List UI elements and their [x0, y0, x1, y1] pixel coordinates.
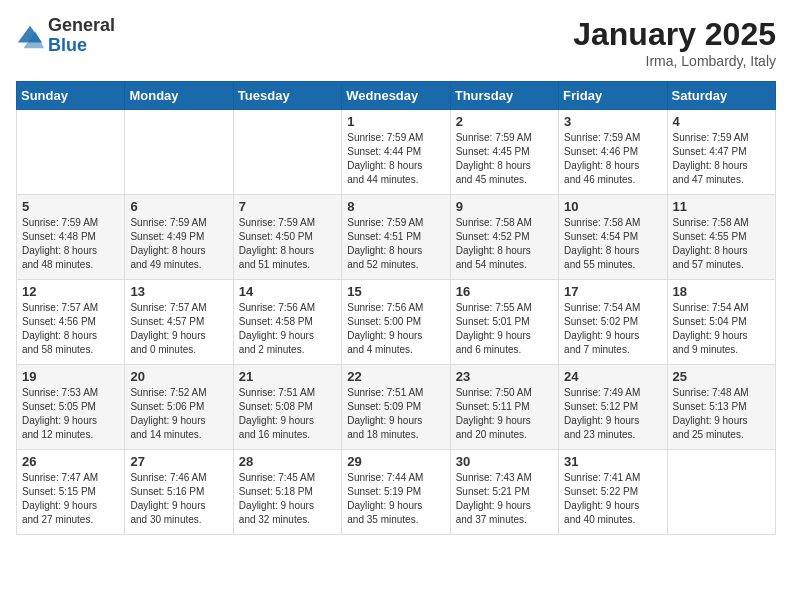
day-info: Sunrise: 7:43 AM Sunset: 5:21 PM Dayligh…: [456, 471, 553, 527]
day-info: Sunrise: 7:58 AM Sunset: 4:52 PM Dayligh…: [456, 216, 553, 272]
weekday-header-wednesday: Wednesday: [342, 82, 450, 110]
day-number: 27: [130, 454, 227, 469]
calendar-cell: [667, 450, 775, 535]
calendar-cell: 17Sunrise: 7:54 AM Sunset: 5:02 PM Dayli…: [559, 280, 667, 365]
day-info: Sunrise: 7:57 AM Sunset: 4:57 PM Dayligh…: [130, 301, 227, 357]
day-info: Sunrise: 7:45 AM Sunset: 5:18 PM Dayligh…: [239, 471, 336, 527]
calendar-cell: 22Sunrise: 7:51 AM Sunset: 5:09 PM Dayli…: [342, 365, 450, 450]
day-number: 12: [22, 284, 119, 299]
calendar-cell: 6Sunrise: 7:59 AM Sunset: 4:49 PM Daylig…: [125, 195, 233, 280]
day-info: Sunrise: 7:49 AM Sunset: 5:12 PM Dayligh…: [564, 386, 661, 442]
title-area: January 2025 Irma, Lombardy, Italy: [573, 16, 776, 69]
calendar-table: SundayMondayTuesdayWednesdayThursdayFrid…: [16, 81, 776, 535]
day-info: Sunrise: 7:46 AM Sunset: 5:16 PM Dayligh…: [130, 471, 227, 527]
calendar-cell: 24Sunrise: 7:49 AM Sunset: 5:12 PM Dayli…: [559, 365, 667, 450]
day-info: Sunrise: 7:56 AM Sunset: 4:58 PM Dayligh…: [239, 301, 336, 357]
page-header: General Blue January 2025 Irma, Lombardy…: [16, 16, 776, 69]
day-info: Sunrise: 7:51 AM Sunset: 5:09 PM Dayligh…: [347, 386, 444, 442]
weekday-header-friday: Friday: [559, 82, 667, 110]
day-number: 31: [564, 454, 661, 469]
day-info: Sunrise: 7:58 AM Sunset: 4:55 PM Dayligh…: [673, 216, 770, 272]
day-number: 26: [22, 454, 119, 469]
day-number: 25: [673, 369, 770, 384]
calendar-cell: 21Sunrise: 7:51 AM Sunset: 5:08 PM Dayli…: [233, 365, 341, 450]
day-info: Sunrise: 7:55 AM Sunset: 5:01 PM Dayligh…: [456, 301, 553, 357]
day-number: 9: [456, 199, 553, 214]
day-info: Sunrise: 7:51 AM Sunset: 5:08 PM Dayligh…: [239, 386, 336, 442]
logo-blue-text: Blue: [48, 36, 115, 56]
calendar-cell: 31Sunrise: 7:41 AM Sunset: 5:22 PM Dayli…: [559, 450, 667, 535]
weekday-header-tuesday: Tuesday: [233, 82, 341, 110]
weekday-header-thursday: Thursday: [450, 82, 558, 110]
calendar-cell: 12Sunrise: 7:57 AM Sunset: 4:56 PM Dayli…: [17, 280, 125, 365]
day-info: Sunrise: 7:50 AM Sunset: 5:11 PM Dayligh…: [456, 386, 553, 442]
day-info: Sunrise: 7:59 AM Sunset: 4:45 PM Dayligh…: [456, 131, 553, 187]
calendar-cell: 19Sunrise: 7:53 AM Sunset: 5:05 PM Dayli…: [17, 365, 125, 450]
day-info: Sunrise: 7:57 AM Sunset: 4:56 PM Dayligh…: [22, 301, 119, 357]
day-info: Sunrise: 7:47 AM Sunset: 5:15 PM Dayligh…: [22, 471, 119, 527]
month-title: January 2025: [573, 16, 776, 53]
calendar-cell: [233, 110, 341, 195]
day-number: 15: [347, 284, 444, 299]
day-number: 6: [130, 199, 227, 214]
day-info: Sunrise: 7:52 AM Sunset: 5:06 PM Dayligh…: [130, 386, 227, 442]
calendar-week-row: 19Sunrise: 7:53 AM Sunset: 5:05 PM Dayli…: [17, 365, 776, 450]
day-number: 28: [239, 454, 336, 469]
calendar-cell: [17, 110, 125, 195]
calendar-cell: 15Sunrise: 7:56 AM Sunset: 5:00 PM Dayli…: [342, 280, 450, 365]
calendar-cell: 3Sunrise: 7:59 AM Sunset: 4:46 PM Daylig…: [559, 110, 667, 195]
logo-icon: [16, 22, 44, 50]
weekday-header-row: SundayMondayTuesdayWednesdayThursdayFrid…: [17, 82, 776, 110]
day-info: Sunrise: 7:48 AM Sunset: 5:13 PM Dayligh…: [673, 386, 770, 442]
weekday-header-saturday: Saturday: [667, 82, 775, 110]
weekday-header-sunday: Sunday: [17, 82, 125, 110]
day-number: 14: [239, 284, 336, 299]
calendar-cell: 30Sunrise: 7:43 AM Sunset: 5:21 PM Dayli…: [450, 450, 558, 535]
day-info: Sunrise: 7:41 AM Sunset: 5:22 PM Dayligh…: [564, 471, 661, 527]
calendar-cell: 13Sunrise: 7:57 AM Sunset: 4:57 PM Dayli…: [125, 280, 233, 365]
calendar-cell: 16Sunrise: 7:55 AM Sunset: 5:01 PM Dayli…: [450, 280, 558, 365]
logo-general-text: General: [48, 16, 115, 36]
calendar-cell: 26Sunrise: 7:47 AM Sunset: 5:15 PM Dayli…: [17, 450, 125, 535]
day-number: 7: [239, 199, 336, 214]
day-info: Sunrise: 7:54 AM Sunset: 5:02 PM Dayligh…: [564, 301, 661, 357]
day-number: 2: [456, 114, 553, 129]
day-number: 19: [22, 369, 119, 384]
calendar-cell: 25Sunrise: 7:48 AM Sunset: 5:13 PM Dayli…: [667, 365, 775, 450]
calendar-cell: 27Sunrise: 7:46 AM Sunset: 5:16 PM Dayli…: [125, 450, 233, 535]
calendar-cell: 29Sunrise: 7:44 AM Sunset: 5:19 PM Dayli…: [342, 450, 450, 535]
day-number: 1: [347, 114, 444, 129]
day-info: Sunrise: 7:59 AM Sunset: 4:50 PM Dayligh…: [239, 216, 336, 272]
weekday-header-monday: Monday: [125, 82, 233, 110]
day-number: 24: [564, 369, 661, 384]
day-info: Sunrise: 7:44 AM Sunset: 5:19 PM Dayligh…: [347, 471, 444, 527]
location-text: Irma, Lombardy, Italy: [573, 53, 776, 69]
day-number: 18: [673, 284, 770, 299]
day-info: Sunrise: 7:59 AM Sunset: 4:49 PM Dayligh…: [130, 216, 227, 272]
day-number: 5: [22, 199, 119, 214]
day-number: 22: [347, 369, 444, 384]
calendar-cell: 1Sunrise: 7:59 AM Sunset: 4:44 PM Daylig…: [342, 110, 450, 195]
calendar-week-row: 5Sunrise: 7:59 AM Sunset: 4:48 PM Daylig…: [17, 195, 776, 280]
calendar-cell: 18Sunrise: 7:54 AM Sunset: 5:04 PM Dayli…: [667, 280, 775, 365]
calendar-cell: 5Sunrise: 7:59 AM Sunset: 4:48 PM Daylig…: [17, 195, 125, 280]
day-info: Sunrise: 7:59 AM Sunset: 4:44 PM Dayligh…: [347, 131, 444, 187]
day-info: Sunrise: 7:58 AM Sunset: 4:54 PM Dayligh…: [564, 216, 661, 272]
calendar-cell: 8Sunrise: 7:59 AM Sunset: 4:51 PM Daylig…: [342, 195, 450, 280]
calendar-cell: 23Sunrise: 7:50 AM Sunset: 5:11 PM Dayli…: [450, 365, 558, 450]
calendar-week-row: 12Sunrise: 7:57 AM Sunset: 4:56 PM Dayli…: [17, 280, 776, 365]
day-number: 11: [673, 199, 770, 214]
day-number: 3: [564, 114, 661, 129]
calendar-cell: 4Sunrise: 7:59 AM Sunset: 4:47 PM Daylig…: [667, 110, 775, 195]
day-number: 20: [130, 369, 227, 384]
calendar-cell: 28Sunrise: 7:45 AM Sunset: 5:18 PM Dayli…: [233, 450, 341, 535]
day-info: Sunrise: 7:59 AM Sunset: 4:51 PM Dayligh…: [347, 216, 444, 272]
day-number: 10: [564, 199, 661, 214]
calendar-cell: 10Sunrise: 7:58 AM Sunset: 4:54 PM Dayli…: [559, 195, 667, 280]
day-number: 29: [347, 454, 444, 469]
day-number: 13: [130, 284, 227, 299]
day-number: 8: [347, 199, 444, 214]
day-number: 16: [456, 284, 553, 299]
logo-text: General Blue: [48, 16, 115, 56]
calendar-cell: 2Sunrise: 7:59 AM Sunset: 4:45 PM Daylig…: [450, 110, 558, 195]
